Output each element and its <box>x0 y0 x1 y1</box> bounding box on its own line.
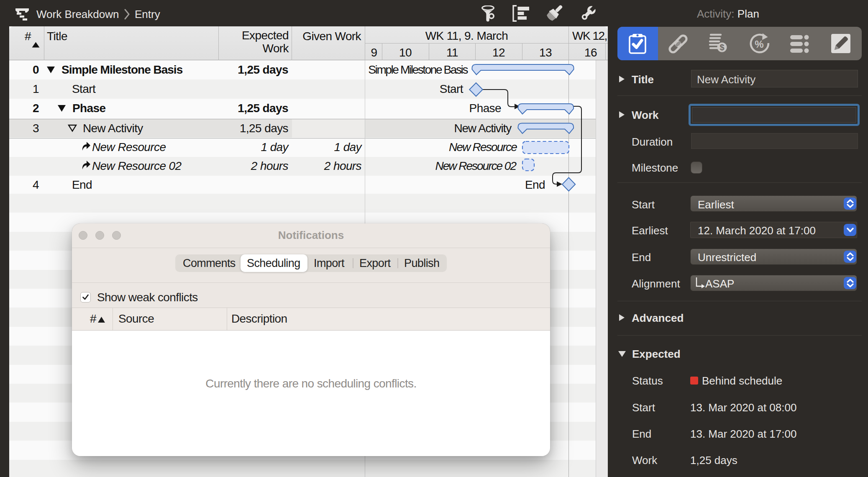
svg-text:%: % <box>755 38 763 50</box>
svg-text:$: $ <box>719 43 724 52</box>
